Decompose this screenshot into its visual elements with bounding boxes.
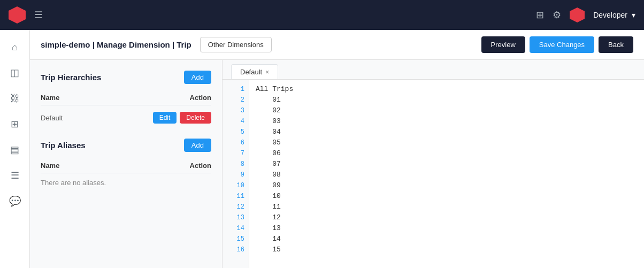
other-dimensions-button[interactable]: Other Dimensions [200, 37, 272, 52]
aliases-action-col: Action [190, 162, 211, 170]
code-line: 15 [256, 244, 638, 255]
code-line: 01 [256, 95, 638, 105]
hierarchies-title: Trip Hierarchies [41, 73, 101, 82]
line-number[interactable]: 3 [223, 105, 249, 116]
line-number[interactable]: 1 [223, 84, 249, 95]
line-numbers: 12345678910111213141516 [223, 80, 249, 268]
hierarchies-add-button[interactable]: Add [184, 71, 211, 84]
line-number[interactable]: 12 [223, 202, 249, 212]
main-layout: ⌂ ◫ ⛓ ⊞ ▤ ☰ 💬 simple-demo | Manage Dimen… [0, 30, 644, 268]
hierarchy-row-actions: Edit Delete [153, 112, 211, 124]
no-aliases-text: There are no aliases. [41, 179, 106, 187]
sidebar-item-grid[interactable]: ⊞ [4, 113, 26, 135]
aliases-table-header: Name Action [41, 158, 211, 173]
hierarchies-section-header: Trip Hierarchies Add [41, 71, 211, 84]
code-line: 02 [256, 105, 638, 116]
line-number[interactable]: 11 [223, 191, 249, 202]
hamburger-icon[interactable]: ☰ [34, 9, 43, 21]
line-number[interactable]: 10 [223, 180, 249, 191]
app-logo [9, 6, 26, 24]
code-line: 08 [256, 170, 638, 180]
aliases-title: Trip Aliases [41, 141, 86, 150]
editor-tabs: Default × [223, 60, 644, 80]
nav-right: ⊞ ⚙ Developer ▾ [536, 7, 635, 22]
sidebar-item-chat[interactable]: 💬 [4, 190, 26, 212]
line-number[interactable]: 15 [223, 234, 249, 244]
code-line: 07 [256, 159, 638, 170]
user-logo [570, 7, 585, 22]
user-label: Developer [593, 11, 627, 19]
code-content[interactable]: All Trips 01 02 03 04 05 06 07 08 09 10 … [249, 80, 644, 268]
body-split: Trip Hierarchies Add Name Action Default… [30, 60, 644, 268]
sidebar-item-home[interactable]: ⌂ [4, 36, 26, 58]
code-line: 09 [256, 180, 638, 191]
code-line: 06 [256, 148, 638, 159]
header-actions: Preview Save Changes Back [481, 36, 633, 53]
code-line: 12 [256, 212, 638, 223]
action-column-header: Action [190, 94, 211, 102]
preview-button[interactable]: Preview [481, 36, 525, 53]
code-line: 10 [256, 191, 638, 202]
header-bar: simple-demo | Manage Dimension | Trip Ot… [30, 30, 644, 60]
back-button[interactable]: Back [599, 36, 633, 53]
line-number[interactable]: 4 [223, 116, 249, 127]
code-line: 11 [256, 202, 638, 212]
hierarchy-edit-button[interactable]: Edit [153, 112, 177, 124]
code-editor: 12345678910111213141516 All Trips 01 02 … [223, 80, 644, 268]
line-number[interactable]: 16 [223, 244, 249, 255]
code-line: 14 [256, 234, 638, 244]
line-number[interactable]: 14 [223, 223, 249, 234]
hierarchy-delete-button[interactable]: Delete [180, 112, 211, 124]
page-title: simple-demo | Manage Dimension | Trip [41, 40, 191, 49]
divider [41, 126, 211, 139]
user-chevron-icon: ▾ [632, 11, 635, 19]
hierarchy-row-default: Default Edit Delete [41, 110, 211, 126]
line-number[interactable]: 13 [223, 212, 249, 223]
content-area: simple-demo | Manage Dimension | Trip Ot… [30, 30, 644, 268]
line-number[interactable]: 7 [223, 148, 249, 159]
line-number[interactable]: 9 [223, 170, 249, 180]
line-number[interactable]: 8 [223, 159, 249, 170]
code-line: 05 [256, 137, 638, 148]
settings-nav-icon[interactable]: ⚙ [553, 9, 561, 21]
sidebar: ⌂ ◫ ⛓ ⊞ ▤ ☰ 💬 [0, 30, 30, 268]
line-number[interactable]: 2 [223, 95, 249, 105]
save-changes-button[interactable]: Save Changes [530, 36, 594, 53]
nav-left: ☰ [9, 6, 43, 24]
hierarchy-row-name: Default [41, 114, 63, 122]
code-line: 04 [256, 127, 638, 137]
editor-tab-default[interactable]: Default × [231, 64, 278, 79]
user-badge[interactable]: Developer ▾ [593, 11, 635, 19]
sidebar-item-document[interactable]: ☰ [4, 165, 26, 186]
sidebar-item-database[interactable]: ◫ [4, 62, 26, 83]
hierarchies-table-header: Name Action [41, 90, 211, 105]
right-panel: Default × 12345678910111213141516 All Tr… [223, 60, 644, 268]
sidebar-item-folder[interactable]: ▤ [4, 139, 26, 160]
aliases-add-button[interactable]: Add [184, 139, 211, 152]
tab-close-icon[interactable]: × [265, 68, 269, 76]
grid-nav-icon[interactable]: ⊞ [536, 9, 544, 21]
aliases-section-header: Trip Aliases Add [41, 139, 211, 152]
line-number[interactable]: 5 [223, 127, 249, 137]
line-number[interactable]: 6 [223, 137, 249, 148]
code-line: All Trips [256, 84, 638, 95]
left-panel: Trip Hierarchies Add Name Action Default… [30, 60, 223, 268]
name-column-header: Name [41, 94, 59, 102]
sidebar-item-link[interactable]: ⛓ [4, 88, 26, 109]
code-line: 13 [256, 223, 638, 234]
code-line: 03 [256, 116, 638, 127]
top-nav: ☰ ⊞ ⚙ Developer ▾ [0, 0, 644, 30]
tab-label: Default [240, 68, 262, 76]
aliases-name-col: Name [41, 162, 59, 170]
